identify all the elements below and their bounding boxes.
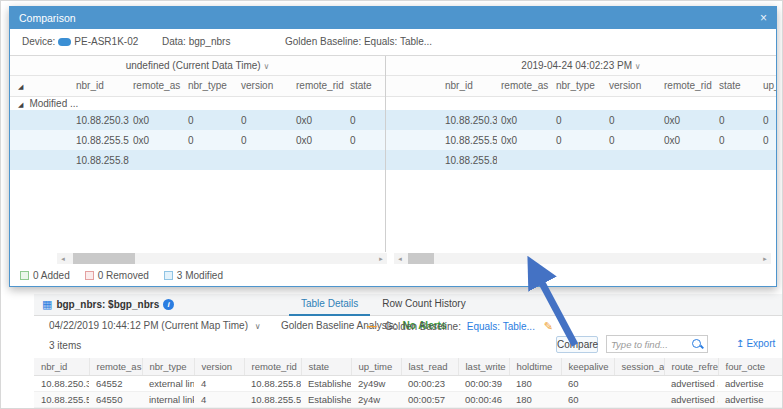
scroll-left-icon[interactable]: ◄ xyxy=(394,256,406,262)
dialog-titlebar[interactable]: Comparison × xyxy=(10,7,776,29)
cell xyxy=(552,150,605,170)
column-header[interactable]: state xyxy=(346,76,385,96)
cell: 0 xyxy=(237,130,292,150)
tab-table-details[interactable]: Table Details xyxy=(289,294,370,316)
table-grid-icon: ▦ xyxy=(42,298,52,311)
column-header[interactable]: version xyxy=(605,76,660,96)
column-header[interactable]: version xyxy=(237,76,292,96)
cell: 0 xyxy=(237,110,292,130)
scroll-left-icon[interactable]: ◄ xyxy=(57,256,69,262)
cell: 4 xyxy=(194,391,244,407)
panel-tabs: Table Details Row Count History xyxy=(289,294,478,316)
cell xyxy=(715,150,759,170)
right-comparison-table: nbr_idremote_asnbr_typeversionremote_rid… xyxy=(386,76,776,170)
horizontal-scrollbars: ◄ ► ◄ ► xyxy=(10,252,776,265)
expand-all-icon[interactable]: ◢ xyxy=(18,83,23,90)
scroll-right-icon[interactable]: ► xyxy=(375,256,387,262)
edit-pencil-icon[interactable]: ✎ xyxy=(544,320,553,332)
panel-toolbar: 3 items Compare ↥Export xyxy=(34,335,783,356)
cell: 0x0 xyxy=(660,110,715,130)
column-header[interactable]: nbr_type xyxy=(142,358,194,375)
cell: 0 xyxy=(759,130,776,150)
cell: 64550 xyxy=(89,391,142,407)
table-row[interactable]: 10.88.250.3164552external link410.88.255… xyxy=(34,375,783,391)
cell xyxy=(10,110,26,130)
scrollbar-thumb[interactable] xyxy=(73,253,135,264)
column-header[interactable]: remote_rid xyxy=(292,76,346,96)
left-scrollbar[interactable]: ◄ ► xyxy=(57,253,387,264)
export-button[interactable]: ↥Export xyxy=(736,338,775,349)
column-header[interactable]: route_refresh xyxy=(664,358,718,375)
dialog-info-row: Device:PE-ASR1K-02 Data: bgp_nbrs Golden… xyxy=(10,29,776,55)
table-row[interactable]: 10.88.255.50x0000x00 xyxy=(10,130,385,150)
cell: 2y49w xyxy=(351,375,401,391)
table-row[interactable]: 10.88.250.310x0000x000 xyxy=(386,110,776,130)
golden-baseline: — Golden Baseline: Equals: Table... ✎ xyxy=(367,320,553,333)
data-value: bgp_nbrs xyxy=(189,36,231,47)
data-label: Data: xyxy=(162,36,186,47)
column-header[interactable]: version xyxy=(194,358,244,375)
cell: 00:00:57 xyxy=(401,391,458,407)
chevron-down-icon: ∨ xyxy=(635,62,641,71)
legend-modified-label: 3 Modified xyxy=(177,270,223,281)
table-row[interactable]: 10.88.255.81 xyxy=(386,150,776,170)
time-selector[interactable]: 04/22/2019 10:44:12 PM (Current Map Time… xyxy=(49,320,261,331)
column-header[interactable]: state xyxy=(301,358,351,375)
column-header[interactable]: remote_as xyxy=(89,358,142,375)
column-header[interactable]: nbr_type xyxy=(184,76,237,96)
table-row[interactable]: 10.88.255.81 xyxy=(10,150,385,170)
cell: 10.88.255.5 xyxy=(441,130,497,150)
cell: 0 xyxy=(715,110,759,130)
column-header[interactable]: nbr_id xyxy=(34,358,89,375)
app-window: ▦ bgp_nbrs: $bgp_nbrs i Table Details Ro… xyxy=(0,0,783,409)
cell xyxy=(292,150,346,170)
search-icon[interactable] xyxy=(691,338,704,351)
column-header[interactable]: state xyxy=(715,76,759,96)
scrollbar-thumb[interactable] xyxy=(408,253,434,264)
column-header[interactable]: keepalive xyxy=(561,358,614,375)
right-snapshot-selector[interactable]: 2019-04-24 04:02:23 PM ∨ xyxy=(386,56,776,76)
collapse-icon[interactable]: ◢ xyxy=(18,101,23,108)
close-icon[interactable]: × xyxy=(760,11,767,25)
cell: 0 xyxy=(346,130,385,150)
baseline-link[interactable]: Equals: Table... xyxy=(467,321,535,332)
legend-added: 0 Added xyxy=(20,270,70,281)
baseline-info: Golden Baseline: Equals: Table... xyxy=(285,36,432,47)
column-header[interactable]: remote_rid xyxy=(660,76,715,96)
column-header[interactable]: four_octe xyxy=(718,358,783,375)
table-row[interactable]: 10.88.255.564550internal link410.88.255.… xyxy=(34,391,783,407)
modified-group-spacer xyxy=(386,96,776,110)
column-header[interactable]: last_read xyxy=(401,358,458,375)
right-scrollbar[interactable]: ◄ ► xyxy=(394,253,771,264)
cell xyxy=(660,150,715,170)
cell: 0 xyxy=(184,110,237,130)
column-header[interactable]: nbr_id xyxy=(441,76,497,96)
column-header[interactable]: session_active xyxy=(614,358,664,375)
device-info: Device:PE-ASR1K-02 xyxy=(22,36,138,47)
search-input[interactable] xyxy=(607,339,691,350)
dialog-baseline-value: Equals: Table... xyxy=(364,36,432,47)
column-header[interactable]: remote_as xyxy=(497,76,552,96)
cell: 10.88.255.81 xyxy=(441,150,497,170)
left-snapshot-selector[interactable]: undefined (Current Data Time) ∨ xyxy=(10,56,385,76)
compare-button[interactable]: Compare xyxy=(556,336,598,353)
table-row[interactable]: 10.88.255.50x0000x000 xyxy=(386,130,776,150)
column-header[interactable]: remote_as xyxy=(129,76,184,96)
column-header[interactable]: nbr_type xyxy=(552,76,605,96)
column-header[interactable]: remote_rid xyxy=(244,358,301,375)
legend-removed-label: 0 Removed xyxy=(98,270,149,281)
cell xyxy=(26,150,72,170)
table-row[interactable]: 10.88.250.310x0000x00 xyxy=(10,110,385,130)
panel-controls-row: 04/22/2019 10:44:12 PM (Current Map Time… xyxy=(34,319,783,335)
column-header[interactable]: last_write xyxy=(458,358,509,375)
scroll-right-icon[interactable]: ► xyxy=(759,256,771,262)
column-header[interactable]: nbr_id xyxy=(72,76,129,96)
column-header[interactable]: holdtime xyxy=(509,358,561,375)
info-icon[interactable]: i xyxy=(163,299,174,310)
tab-row-count-history[interactable]: Row Count History xyxy=(370,294,477,316)
right-snapshot-title: 2019-04-24 04:02:23 PM xyxy=(521,60,632,71)
cell xyxy=(184,150,237,170)
column-header[interactable]: up_time xyxy=(351,358,401,375)
column-header[interactable]: up_t xyxy=(759,76,776,96)
modified-group-row[interactable]: ◢Modified ... xyxy=(10,96,385,110)
